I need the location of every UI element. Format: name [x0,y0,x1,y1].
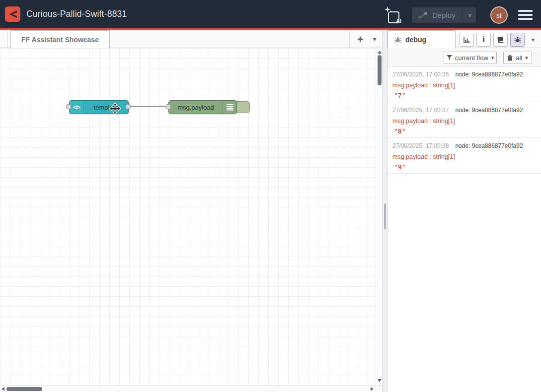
scroll-right-arrow-icon[interactable] [371,387,374,391]
deploy-button[interactable]: Deploy ▾ [412,7,476,23]
help-tab-button[interactable] [493,33,508,47]
book-icon [496,35,505,44]
message-value: "7" [392,92,536,99]
template-code-icon: </> [70,101,84,114]
message-timestamp: 27/06/2025, 17:00:38 [392,142,449,149]
horizontal-scroll-thumb[interactable] [6,387,42,391]
scrollbar-corner [376,385,383,392]
logo-mark [6,7,19,21]
tabbar-left-edge [7,30,7,48]
scroll-up-arrow-icon[interactable] [378,51,382,54]
deploy-label: Deploy [432,11,456,19]
hamburger-bar [518,18,533,20]
deploy-options-chevron-icon[interactable]: ▾ [468,12,471,18]
flow-tab-ff-assistant-showcase[interactable]: FF Assistant Showcase [10,30,110,48]
debug-console-icon [223,101,236,114]
scroll-left-arrow-icon[interactable] [1,387,4,391]
message-meta: 27/06/2025, 17:00:37node: 9cea886877e0fa… [392,107,536,114]
sidebar-resize-separator[interactable] [383,30,387,392]
message-property: msg.payload : string[1] [392,82,536,89]
dashboard-chart-tab-button[interactable] [460,33,474,47]
flow-list-chevron-icon[interactable]: ▾ [369,32,381,46]
chevron-down-icon: ▾ [525,55,528,61]
debug-message: 27/06/2025, 17:00:38node: 9cea886877e0fa… [387,138,541,174]
message-node-id: node: 9cea886877e0fa92 [455,71,523,78]
node-label: msg.payload [169,104,223,111]
debug-message-list: 27/06/2025, 17:00:35node: 9cea886877e0fa… [387,66,541,174]
message-timestamp: 27/06/2025, 17:00:35 [392,71,449,78]
flowfuse-logo-icon[interactable] [5,6,20,22]
ai-assistant-button[interactable]: AI [385,5,402,24]
chevron-down-icon: ▾ [491,55,494,61]
debug-clear-button[interactable]: all ▾ [503,52,532,64]
ai-label: AI [396,18,401,24]
sidebar-tabs-chevron-icon[interactable]: ▾ [528,35,538,45]
scroll-down-arrow-icon[interactable] [378,379,382,382]
message-value: "8" [392,128,536,135]
node-red-editor: Curious-Pallid-Swift-8831 AI Deploy ▾ st [0,0,541,392]
flow-tab-label: FF Assistant Showcase [21,36,99,44]
bug-icon [514,36,521,43]
add-flow-button[interactable]: + [353,32,367,46]
info-icon: i [482,35,485,45]
tabbar-right-edge [349,30,350,48]
sparkle-icon [385,6,392,14]
hamburger-bar [518,10,533,12]
sidebar-tab-label: debug [405,36,426,44]
trash-icon [507,55,513,61]
sidebar: debug i [387,30,541,392]
template-output-port[interactable] [126,104,131,109]
deploy-nodes-icon [418,12,428,19]
filter-label: current flow [455,54,488,62]
node-label: template [84,104,128,111]
message-property: msg.payload : string[1] [392,153,536,160]
info-tab-button[interactable]: i [476,33,491,47]
message-meta: 27/06/2025, 17:00:35node: 9cea886877e0fa… [392,71,536,78]
message-value: "9" [392,163,536,171]
separator-drag-handle[interactable] [384,203,386,229]
funnel-icon [447,55,452,61]
vertical-scroll-thumb[interactable] [378,55,382,85]
message-property: msg.payload : string[1] [392,118,536,125]
node-template[interactable]: </> template [69,100,129,114]
debug-message: 27/06/2025, 17:00:37node: 9cea886877e0fa… [387,102,541,138]
plus-icon: + [357,34,363,45]
main-menu-button[interactable] [518,10,533,21]
wire-template-to-debug[interactable] [128,106,169,107]
debug-tab-button[interactable] [510,33,525,47]
user-avatar[interactable]: st [490,6,508,24]
message-timestamp: 27/06/2025, 17:00:37 [392,107,449,114]
bar-chart-icon [463,36,470,44]
debug-toolbar: current flow ▾ all ▾ [387,48,541,66]
deploy-divider [462,10,462,20]
clear-label: all [516,54,522,62]
message-node-id: node: 9cea886877e0fa92 [455,107,523,114]
sidebar-tab-debug[interactable]: debug [387,30,456,48]
node-debug-msg-payload[interactable]: msg.payload [168,100,237,114]
canvas-horizontal-scrollbar[interactable] [0,385,376,392]
debug-filter-button[interactable]: current flow ▾ [444,52,497,64]
message-node-id: node: 9cea886877e0fa92 [455,142,523,149]
flow-canvas[interactable]: </> template msg.payload [0,48,376,385]
header: Curious-Pallid-Swift-8831 AI Deploy ▾ st [0,0,541,30]
debug-message: 27/06/2025, 17:00:35node: 9cea886877e0fa… [387,66,541,102]
canvas-vertical-scrollbar[interactable] [376,48,383,385]
hamburger-bar [518,14,533,16]
instance-title: Curious-Pallid-Swift-8831 [26,0,127,28]
template-input-port[interactable] [66,104,71,109]
message-meta: 27/06/2025, 17:00:38node: 9cea886877e0fa… [392,142,536,149]
bug-icon [394,36,401,43]
debug-input-port[interactable] [166,104,171,109]
